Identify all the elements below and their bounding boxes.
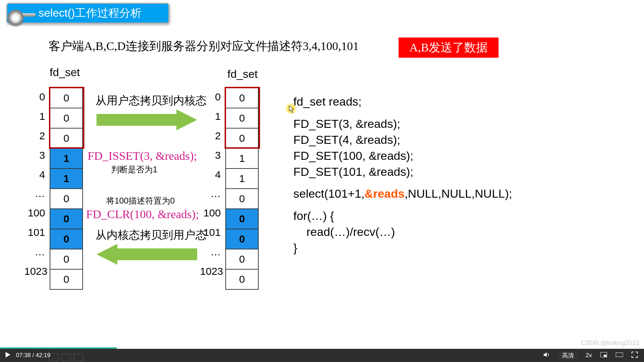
right-cell-0: 0 [226, 88, 258, 108]
svg-marker-2 [6, 352, 10, 357]
control-a[interactable] [49, 354, 58, 361]
player-bar: 07:38 / 42:19 高清 2x [0, 349, 644, 362]
status-badge: A,B发送了数据 [399, 38, 499, 58]
code-line-3: FD_SET(4, &reads); [293, 132, 512, 148]
fdisset-annotation: FD_ISSET(3, &reads); [87, 149, 197, 163]
cursor-highlight [285, 102, 297, 115]
wide-button[interactable] [616, 352, 623, 359]
code-line-8: read(…)/recv(…) [293, 224, 512, 240]
arrow-top-label: 从用户态拷贝到内核态 [95, 93, 207, 108]
quality-button[interactable]: 高清 [558, 351, 578, 360]
code-line-4: FD_SET(100, &reads); [293, 148, 512, 164]
right-cell-7: 0 [226, 229, 258, 249]
left-cell-0: 0 [50, 88, 83, 108]
control-c[interactable] [74, 354, 83, 361]
left-cell-2: 0 [50, 128, 83, 148]
fdclr-annotation: FD_CLR(100, &reads); [86, 208, 199, 221]
time-display: 07:38 / 42:19 [16, 352, 50, 359]
code-line-1: fd_set reads; [293, 94, 512, 110]
fdclr-note: 将100描述符置为0 [106, 195, 175, 206]
left-cell-7: 0 [50, 229, 83, 249]
left-cell-9: 0 [50, 269, 83, 289]
code-line-7: for(…) { [293, 208, 512, 224]
right-cell-3: 1 [226, 148, 258, 168]
right-table-label: fd_set [227, 68, 258, 81]
binder-ring [8, 10, 24, 26]
fullscreen-button[interactable] [632, 352, 638, 360]
left-cell-4: 1 [50, 168, 83, 189]
left-fdset-table: 0 0 0 1 1 0 0 0 0 0 [50, 88, 83, 290]
arrow-right-icon [97, 109, 197, 130]
code-line-5: FD_SET(101, &reads); [293, 164, 512, 180]
code-line-9: } [293, 240, 512, 256]
control-b[interactable] [61, 354, 71, 361]
play-button[interactable] [5, 352, 11, 360]
subtitle: 客户端A,B,C,D连接到服务器分别对应文件描述符3,4,100,101 [49, 38, 359, 54]
speed-button[interactable]: 2x [586, 352, 592, 359]
arrow-left-icon [97, 244, 197, 265]
volume-button[interactable] [543, 352, 550, 360]
pip-button[interactable] [600, 352, 607, 359]
code-block: fd_set reads; FD_SET(3, &reads); FD_SET(… [293, 94, 512, 256]
arrow-bot-label: 从内核态拷贝到用户态 [95, 228, 207, 243]
right-cell-5: 0 [226, 189, 258, 209]
svg-marker-1 [97, 244, 197, 265]
svg-rect-5 [616, 353, 623, 357]
right-cell-2: 0 [226, 128, 258, 148]
extra-controls [49, 354, 83, 361]
right-cell-8: 0 [226, 249, 258, 269]
left-table-label: fd_set [50, 66, 80, 79]
code-line-2: FD_SET(3, &reads); [293, 116, 512, 132]
code-line-6: select(101+1,&reads,NULL,NULL,NULL); [293, 186, 512, 202]
title-text: select()工作过程分析 [39, 6, 142, 21]
left-cell-8: 0 [50, 249, 83, 269]
left-cell-1: 0 [50, 108, 83, 128]
svg-marker-0 [97, 109, 197, 130]
left-cell-5: 0 [50, 189, 83, 209]
right-cell-4: 1 [226, 168, 258, 189]
left-cell-6: 0 [50, 209, 83, 229]
right-cell-9: 0 [226, 269, 258, 289]
right-fdset-table: 0 0 0 1 1 0 0 0 0 0 [225, 88, 259, 290]
right-cell-1: 0 [226, 108, 258, 128]
right-cell-6: 0 [226, 209, 258, 229]
fdisset-note: 判断是否为1 [111, 164, 157, 175]
left-cell-3: 1 [50, 148, 83, 168]
svg-rect-4 [604, 355, 607, 357]
watermark: CSDN @liufeng2023 [581, 339, 639, 347]
